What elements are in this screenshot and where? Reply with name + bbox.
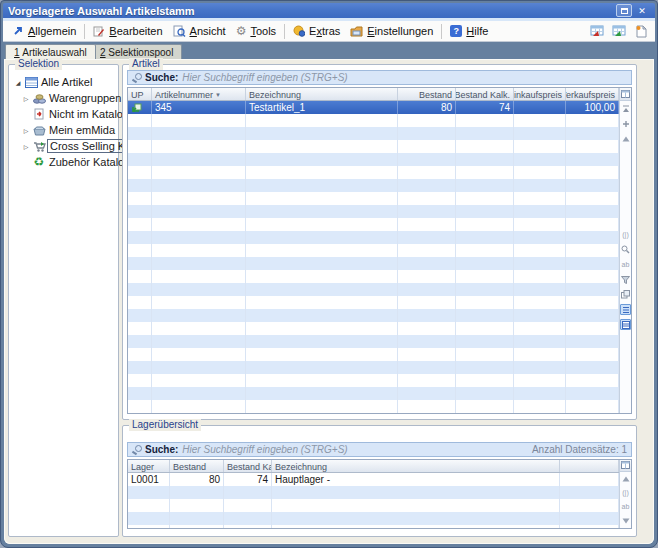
scroll-up-button[interactable] (620, 133, 631, 144)
details-view-button[interactable] (620, 319, 631, 330)
menu-item-bearbeiten[interactable]: Bearbeiten (88, 23, 167, 39)
column-chooser-button[interactable] (620, 88, 632, 101)
format-button[interactable]: ab (620, 259, 631, 270)
layout-button[interactable] (620, 289, 631, 300)
table-red-icon (590, 25, 604, 37)
plus-button[interactable] (620, 118, 631, 129)
artikel-group-label: Artikel (129, 58, 163, 70)
lager-search-bar[interactable]: Suche: Hier Suchbegriff eingeben (STRG+S… (127, 442, 632, 457)
new-document-button[interactable] (630, 22, 651, 40)
column-header-verkaufspreis[interactable]: Verkaufspreis (566, 88, 619, 100)
grid-side-toolbar: (|)ab (619, 88, 631, 413)
tab-artikelauswahl[interactable]: 1 Artikelauswahl (5, 44, 96, 59)
close-button[interactable]: ✕ (634, 4, 650, 17)
menu-item-hilfe[interactable]: ?Hilfe (445, 23, 493, 39)
table-row-empty (128, 361, 619, 374)
menu-item-allgemein[interactable]: Allgemein (7, 23, 81, 39)
best-fit-icon: (|) (622, 489, 628, 497)
table-row-empty (128, 114, 619, 127)
best-fit-button[interactable]: (|) (620, 229, 631, 240)
scroll-top-button[interactable] (620, 103, 631, 114)
table-row-empty (128, 348, 619, 361)
column-header-bezeichnung[interactable]: Bezeichnung (246, 88, 398, 100)
tree-item-mein-emmida[interactable]: ▷Mein emMida (9, 122, 118, 138)
scroll-up-button[interactable] (620, 474, 631, 484)
column-chooser-icon (621, 90, 630, 99)
menu-separator (441, 24, 442, 39)
table-row-empty (128, 192, 619, 205)
format-icon: ab (622, 261, 630, 269)
grid-rows: L00018074Hauptlager - (128, 473, 619, 528)
zubehoer-icon: ♻ (34, 156, 45, 168)
table-row-empty (128, 400, 619, 413)
find-icon (621, 245, 630, 254)
column-header-bestand[interactable]: Bestand (170, 460, 224, 472)
table-row-empty (128, 335, 619, 348)
table-row-empty (128, 231, 619, 244)
table-row-empty (128, 387, 619, 400)
table-row-empty (128, 153, 619, 166)
artikel-search-bar[interactable]: Suche: Hier Suchbegriff eingeben (STRG+S… (127, 70, 632, 85)
search-icon (132, 445, 141, 455)
expander-collapsed-icon[interactable]: ▷ (21, 95, 31, 102)
lager-search-input[interactable]: Hier Suchbegriff eingeben (STRG+S) (182, 444, 528, 455)
all-articles-icon (25, 77, 38, 88)
format-button[interactable]: ab (620, 502, 631, 512)
column-header-bestand[interactable]: Bestand (398, 88, 456, 100)
grid-header: LagerBestandBestand Kalk.Bezeichnung (128, 460, 619, 473)
table-export-button[interactable] (608, 22, 629, 40)
expander-collapsed-icon[interactable]: ▷ (21, 143, 31, 150)
tree-item-zubeh-r-katalog[interactable]: ♻Zubehör Katalog (9, 154, 118, 170)
title-bar[interactable]: Vorgelagerte Auswahl Artikelstamm ✕ (3, 3, 655, 18)
tree-item-nicht-im-katalog[interactable]: Nicht im Katalog (9, 106, 118, 122)
menu-item-tools[interactable]: ⚙Tools (231, 23, 281, 39)
menu-item-extras[interactable]: Extras (288, 23, 345, 39)
cell: 74 (224, 473, 272, 486)
find-button[interactable] (620, 244, 631, 255)
artikel-grid: UPArtikelnummer▼BezeichnungBestandBestan… (127, 87, 632, 414)
table-row[interactable]: 345Testartikel_18074100,00 (128, 101, 619, 114)
table-import-button[interactable] (586, 22, 607, 40)
artikel-search-input[interactable]: Hier Suchbegriff eingeben (STRG+S) (182, 72, 627, 83)
nicht-katalog-icon (34, 108, 45, 120)
best-fit-button[interactable]: (|) (620, 488, 631, 498)
expander-collapsed-icon[interactable]: ▷ (21, 127, 31, 134)
list-view-button[interactable] (620, 304, 631, 315)
selektion-group-label: Selektion (15, 58, 62, 70)
table-row-empty (128, 512, 619, 525)
tools-icon: ⚙ (236, 25, 247, 37)
tree-item-warengruppen[interactable]: ▷Warengruppen (9, 90, 118, 106)
table-row-empty (128, 166, 619, 179)
search-label: Suche: (145, 444, 178, 455)
selektion-group: Selektion ◢Alle Artikel▷WarengruppenNich… (8, 64, 119, 537)
search-label: Suche: (145, 72, 178, 83)
restore-button[interactable] (616, 4, 632, 17)
column-header-bezeichnung[interactable]: Bezeichnung (272, 460, 560, 472)
tab-selektionspool[interactable]: 2 Selektionspool (91, 44, 182, 59)
column-header-einkaufspreis[interactable]: Einkaufspreis (514, 88, 566, 100)
menu-separator (284, 24, 285, 39)
scroll-down-icon (622, 518, 630, 524)
tree-item-alle-artikel[interactable]: ◢Alle Artikel (9, 74, 118, 90)
column-header-bestand-kalk-[interactable]: Bestand Kalk. (224, 460, 272, 472)
column-header-up[interactable]: UP (128, 88, 152, 100)
tree-item-cross-selling-katalog[interactable]: ▷Cross Selling Katalog (9, 138, 118, 154)
table-row-empty (128, 525, 619, 528)
selektion-tree: ◢Alle Artikel▷WarengruppenNicht im Katal… (9, 65, 118, 170)
table-row-empty (128, 140, 619, 153)
column-header-empty[interactable] (560, 460, 619, 472)
table-green-icon (612, 25, 626, 37)
column-header-artikelnummer[interactable]: Artikelnummer▼ (152, 88, 246, 100)
lager-grid: LagerBestandBestand Kalk.BezeichnungL000… (127, 459, 632, 529)
scroll-down-button[interactable] (620, 516, 631, 526)
menu-item-ansicht[interactable]: Ansicht (168, 23, 231, 39)
menu-item-einstellungen[interactable]: Einstellungen (345, 23, 438, 39)
table-row[interactable]: L00018074Hauptlager - (128, 473, 619, 486)
format-icon: ab (622, 503, 630, 511)
column-header-lager[interactable]: Lager (128, 460, 170, 472)
column-header-bestand-kalk-[interactable]: Bestand Kalk. (456, 88, 514, 100)
column-chooser-button[interactable] (620, 460, 632, 472)
up-link-icon (131, 103, 142, 113)
expander-expanded-icon[interactable]: ◢ (13, 79, 23, 86)
filter-button[interactable] (620, 274, 631, 285)
